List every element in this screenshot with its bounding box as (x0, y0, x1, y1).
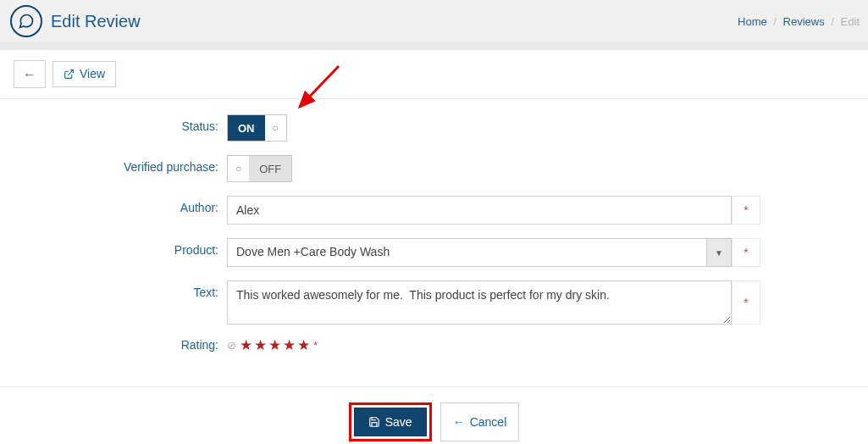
page-header: Edit Review Home / Reviews / Edit (0, 0, 868, 43)
star-icon[interactable]: ★ (268, 338, 281, 352)
arrow-left-icon: ← (453, 415, 465, 429)
form-area: Status: ON Verified purchase: OFF Author… (0, 99, 868, 386)
label-text: Text: (0, 280, 227, 299)
required-marker: * (313, 339, 318, 352)
product-select[interactable]: Dove Men +Care Body Wash ▼ (227, 238, 732, 267)
row-verified: Verified purchase: OFF (0, 155, 868, 182)
view-button[interactable]: View (53, 61, 116, 87)
back-button[interactable] (14, 60, 46, 88)
breadcrumb-home[interactable]: Home (738, 15, 767, 28)
save-button[interactable]: Save (354, 408, 427, 436)
cancel-button[interactable]: ← Cancel (440, 402, 520, 441)
star-icon[interactable]: ★ (254, 338, 267, 352)
toggle-on-indicator (228, 156, 249, 181)
label-product: Product: (0, 238, 227, 257)
arrow-left-icon (23, 66, 36, 82)
required-marker: * (732, 196, 760, 225)
text-textarea[interactable] (227, 280, 732, 325)
row-product: Product: Dove Men +Care Body Wash ▼ * (0, 238, 868, 267)
row-status: Status: ON (0, 114, 868, 142)
toggle-off-indicator (265, 115, 286, 141)
breadcrumb-current: Edit (841, 15, 860, 28)
star-icon[interactable]: ★ (297, 338, 310, 352)
status-toggle[interactable]: ON (227, 114, 287, 142)
rating-stars[interactable]: ⊘ ★ ★ ★ ★ ★ * (227, 338, 318, 352)
row-text: Text: * (0, 280, 868, 325)
chevron-down-icon[interactable]: ▼ (706, 238, 732, 267)
row-rating: Rating: ⊘ ★ ★ ★ ★ ★ * (0, 338, 868, 352)
breadcrumb-reviews[interactable]: Reviews (783, 15, 825, 28)
toggle-on-label: ON (228, 115, 265, 141)
star-icon[interactable]: ★ (283, 338, 296, 352)
page-title: Edit Review (51, 12, 141, 31)
toolbar: View (0, 50, 868, 99)
save-highlight-box: Save (349, 402, 432, 441)
clear-rating-icon[interactable]: ⊘ (227, 339, 236, 352)
star-icon[interactable]: ★ (240, 338, 252, 352)
author-input[interactable] (227, 196, 732, 225)
floppy-disk-icon (368, 416, 380, 428)
required-marker: * (732, 280, 760, 325)
required-marker: * (732, 238, 760, 267)
breadcrumb-separator: / (773, 15, 777, 28)
row-author: Author: * (0, 196, 868, 225)
verified-toggle[interactable]: OFF (227, 155, 292, 182)
label-verified: Verified purchase: (0, 155, 227, 174)
speech-bubble-icon (10, 5, 42, 37)
actions-bar: Save ← Cancel (0, 386, 868, 444)
view-button-label: View (80, 67, 105, 81)
breadcrumb-separator: / (831, 15, 834, 28)
external-link-icon (64, 69, 75, 80)
cancel-button-label: Cancel (470, 415, 507, 429)
label-status: Status: (0, 114, 227, 133)
toggle-off-label: OFF (249, 156, 291, 181)
label-author: Author: (0, 196, 227, 214)
breadcrumb: Home / Reviews / Edit (738, 15, 860, 28)
product-select-value: Dove Men +Care Body Wash (227, 238, 706, 267)
label-rating: Rating: (0, 338, 227, 352)
svg-line-0 (68, 70, 73, 75)
divider-strip (0, 43, 868, 50)
save-button-label: Save (385, 415, 412, 429)
